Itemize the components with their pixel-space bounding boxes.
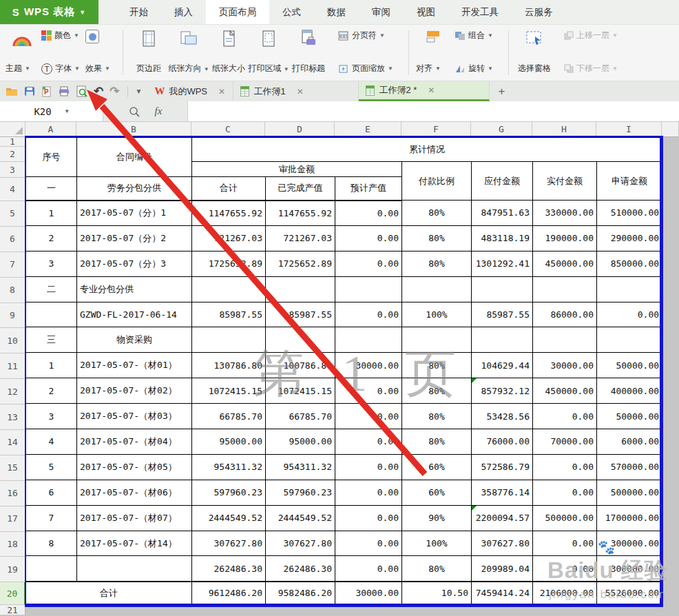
cell-E7[interactable]: 0.00 bbox=[335, 251, 402, 276]
cell-B13[interactable]: 2017-05-07-（材03） bbox=[77, 404, 192, 429]
cell-I7[interactable]: 850000.00 bbox=[597, 251, 662, 276]
下移一层-button[interactable]: 下移一层▼ bbox=[564, 63, 620, 74]
column-header-A[interactable]: A bbox=[25, 122, 76, 137]
cell-C11[interactable]: 130786.80 bbox=[192, 353, 266, 378]
header-requested[interactable]: 申请金额 bbox=[597, 162, 662, 201]
cell-I14[interactable]: 6000.00 bbox=[597, 429, 662, 455]
menu-tab-1[interactable]: 开始 bbox=[116, 0, 161, 24]
cell-F18[interactable]: 100% bbox=[402, 531, 472, 556]
header-paid[interactable]: 实付金额 bbox=[533, 162, 597, 201]
group-button[interactable]: 组合▼ bbox=[455, 30, 501, 41]
cell-C6[interactable]: 721267.03 bbox=[192, 225, 266, 251]
cell-A16[interactable]: 6 bbox=[26, 480, 77, 505]
cell-E9[interactable]: 0.00 bbox=[335, 302, 402, 327]
cell-A9[interactable] bbox=[26, 302, 77, 327]
cell-H7[interactable]: 450000.00 bbox=[533, 251, 597, 276]
cell-G11[interactable]: 104629.44 bbox=[472, 353, 533, 378]
cell-D9[interactable]: 85987.55 bbox=[266, 302, 335, 327]
cell-G13[interactable]: 53428.56 bbox=[472, 404, 533, 429]
total-i[interactable]: 5526000.00 bbox=[597, 582, 662, 604]
cell-E17[interactable]: 0.00 bbox=[335, 505, 402, 531]
cell-F13[interactable]: 80% bbox=[402, 404, 472, 429]
select-all-corner[interactable] bbox=[0, 122, 25, 137]
cell-E10[interactable] bbox=[335, 327, 402, 353]
cell-G19[interactable]: 209989.04 bbox=[472, 556, 533, 582]
font-button[interactable]: T 字体▼ bbox=[41, 63, 83, 74]
header-total[interactable]: 合计 bbox=[192, 177, 266, 201]
cell-H18[interactable]: 0.00 bbox=[533, 531, 597, 556]
cell-G17[interactable]: 2200094.57 bbox=[472, 505, 533, 531]
cell-F10[interactable] bbox=[402, 327, 472, 353]
cell-F11[interactable]: 80% bbox=[402, 353, 472, 378]
cell-G12[interactable]: 857932.12 bbox=[472, 378, 533, 404]
cell-I10[interactable] bbox=[597, 327, 662, 353]
row-header-2[interactable]: 2 bbox=[0, 147, 25, 162]
cell-E12[interactable]: 0.00 bbox=[335, 378, 402, 404]
print-preview-icon[interactable] bbox=[76, 85, 87, 97]
row-header-19[interactable]: 19 bbox=[0, 557, 25, 582]
cell-F5[interactable]: 80% bbox=[402, 201, 472, 226]
cell-F14[interactable]: 80% bbox=[402, 429, 472, 455]
total-d[interactable]: 9582486.20 bbox=[266, 582, 335, 604]
cell-H8[interactable] bbox=[533, 276, 597, 302]
cell-E18[interactable]: 0.00 bbox=[335, 531, 402, 556]
选择窗格-button[interactable]: 选择窗格 bbox=[514, 25, 554, 81]
cell-A17[interactable]: 7 bbox=[26, 505, 77, 531]
cell-I16[interactable]: 500000.00 bbox=[597, 480, 662, 505]
column-header-G[interactable]: G bbox=[471, 122, 532, 137]
cell-B12[interactable]: 2017-05-07-（材02） bbox=[77, 378, 192, 404]
上移一层-button[interactable]: 上移一层▼ bbox=[564, 30, 620, 41]
menu-tab-6[interactable]: 审阅 bbox=[359, 0, 404, 24]
cell-C19[interactable]: 262486.30 bbox=[192, 556, 266, 582]
cell-E13[interactable]: 0.00 bbox=[335, 404, 402, 429]
纸张方向-button[interactable]: 纸张方向 ▼ bbox=[169, 25, 209, 81]
app-logo[interactable]: S WPS 表格 ▼ bbox=[0, 0, 98, 24]
cell-I15[interactable]: 570000.00 bbox=[597, 454, 662, 480]
cell-B18[interactable]: 2017-05-07-（材14） bbox=[77, 531, 192, 556]
cell-G6[interactable]: 483118.19 bbox=[472, 225, 533, 251]
cell-I19[interactable]: 300000.00 bbox=[597, 556, 662, 582]
cell-G14[interactable]: 76000.00 bbox=[472, 429, 533, 455]
cell-E19[interactable]: 0.00 bbox=[335, 556, 402, 582]
formula-input[interactable] bbox=[187, 101, 679, 121]
cell-D14[interactable]: 95000.00 bbox=[266, 429, 335, 455]
magnifier-icon[interactable] bbox=[129, 106, 140, 117]
column-header-E[interactable]: E bbox=[335, 122, 401, 137]
cell-G10[interactable] bbox=[472, 327, 533, 353]
doc-tab-3[interactable]: 工作簿2 *✕ bbox=[359, 81, 490, 101]
column-header-H[interactable]: H bbox=[532, 122, 596, 137]
cell-B14[interactable]: 2017-05-07-（材04） bbox=[77, 429, 192, 455]
header-completed[interactable]: 已完成产值 bbox=[266, 177, 335, 201]
cell-E6[interactable]: 0.00 bbox=[335, 225, 402, 251]
cell-A8[interactable]: 二 bbox=[26, 276, 77, 302]
cell-C17[interactable]: 2444549.52 bbox=[192, 505, 266, 531]
row-header-15[interactable]: 15 bbox=[0, 455, 25, 481]
print-icon[interactable] bbox=[58, 86, 70, 96]
打印区域-button[interactable]: 打印区域 ▼ bbox=[249, 25, 289, 81]
cell-F7[interactable]: 80% bbox=[402, 251, 472, 276]
cell-E5[interactable]: 0.00 bbox=[335, 201, 402, 226]
cell-A5[interactable]: 1 bbox=[26, 201, 77, 226]
menu-tab-5[interactable]: 数据 bbox=[314, 0, 359, 24]
effect-button[interactable]: 效果▼ bbox=[85, 63, 116, 74]
cell-H17[interactable]: 500000.00 bbox=[533, 505, 597, 531]
cell-H19[interactable]: 0.00 bbox=[533, 556, 597, 582]
header-pay-ratio[interactable]: 付款比例 bbox=[402, 162, 472, 201]
cell-I17[interactable]: 1700000.00 bbox=[597, 505, 662, 531]
cell-D19[interactable]: 262486.30 bbox=[266, 556, 335, 582]
menu-tab-9[interactable]: 云服务 bbox=[512, 0, 566, 24]
cell-I12[interactable]: 400000.00 bbox=[597, 378, 662, 404]
total-f[interactable]: 10.50 bbox=[402, 582, 472, 604]
cell-H11[interactable]: 30000.00 bbox=[533, 353, 597, 378]
open-folder-icon[interactable] bbox=[6, 86, 18, 96]
cell-E8[interactable] bbox=[335, 276, 402, 302]
cell-D12[interactable]: 1072415.15 bbox=[266, 378, 335, 404]
cell-B9[interactable]: GZWD-FL-2017-06-14 bbox=[77, 302, 192, 327]
cell-E14[interactable]: 0.00 bbox=[335, 429, 402, 455]
cell-H10[interactable] bbox=[533, 327, 597, 353]
cell-D11[interactable]: 100786.80 bbox=[266, 353, 335, 378]
cell-D17[interactable]: 2444549.52 bbox=[266, 505, 335, 531]
row-header-5[interactable]: 5 bbox=[0, 201, 25, 227]
cell-B19[interactable] bbox=[77, 556, 192, 582]
cell-I9[interactable]: 0.00 bbox=[597, 302, 662, 327]
